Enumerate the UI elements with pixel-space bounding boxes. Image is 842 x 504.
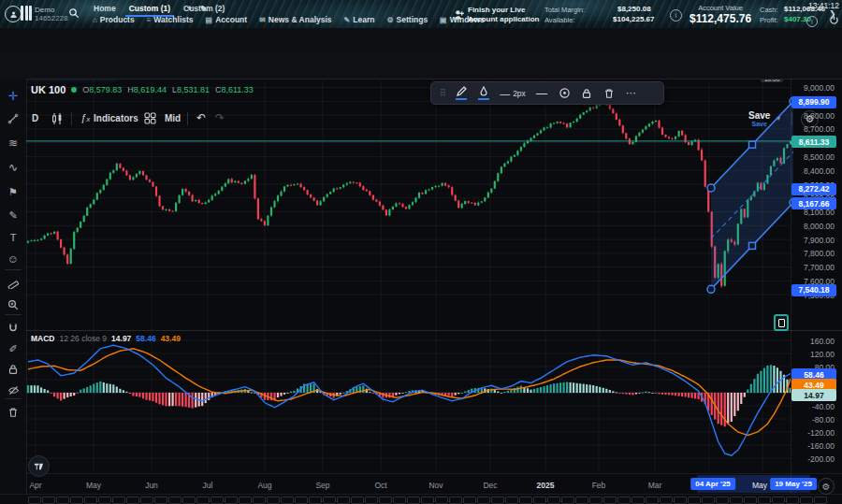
window-slot[interactable] — [365, 497, 378, 504]
menu-item-news-analysis[interactable]: ✉News & Analysis — [259, 15, 331, 24]
brush-tool[interactable]: ✎ — [0, 207, 26, 223]
window-slot[interactable] — [716, 497, 729, 504]
menu-item-products[interactable]: ⌂Products — [93, 15, 135, 24]
window-slot[interactable] — [393, 497, 406, 504]
window-slot[interactable] — [309, 497, 322, 504]
window-slot[interactable] — [337, 497, 350, 504]
fib-lines-tool[interactable]: ≋ — [0, 135, 26, 151]
drawing-badge-icon[interactable] — [774, 314, 789, 331]
window-slot[interactable] — [225, 497, 238, 504]
window-slot[interactable] — [42, 497, 55, 504]
add-workspace-button[interactable]: + — [183, 2, 196, 15]
window-slot[interactable] — [323, 497, 336, 504]
window-slot[interactable] — [253, 497, 266, 504]
window-slot[interactable] — [575, 497, 588, 504]
window-slot[interactable] — [112, 497, 125, 504]
window-slot[interactable] — [533, 497, 546, 504]
macd-title[interactable]: MACD — [31, 334, 55, 343]
window-slot[interactable] — [505, 497, 518, 504]
window-slot[interactable] — [267, 497, 280, 504]
window-slot[interactable] — [281, 497, 294, 504]
window-slot[interactable] — [491, 497, 504, 504]
window-slot[interactable] — [547, 497, 560, 504]
macd-pane[interactable] — [26, 332, 791, 472]
window-slot[interactable] — [477, 497, 490, 504]
trash-icon[interactable] — [598, 88, 620, 99]
xabcd-pattern-tool[interactable]: ∿ — [0, 159, 26, 176]
target-style-button[interactable] — [553, 87, 575, 99]
axis-settings-gear-icon[interactable]: ⚙ — [818, 478, 835, 495]
live-account-cta[interactable]: Finish your Live Account application — [468, 6, 539, 24]
info-icon[interactable]: i — [670, 9, 682, 22]
text-tool-tool[interactable]: T — [0, 229, 26, 246]
crosshair-tool[interactable]: ✛ — [0, 87, 26, 104]
window-slot[interactable] — [351, 497, 364, 504]
help-ring-icon[interactable] — [5, 6, 22, 22]
menu-item-account[interactable]: ▤Account — [206, 15, 248, 24]
ruler-tool[interactable] — [0, 274, 26, 291]
window-slot[interactable] — [800, 497, 813, 504]
window-slot[interactable] — [772, 497, 785, 504]
account-switcher[interactable]: Demo 14652228 — [35, 6, 68, 22]
line-style-button[interactable]: — — [530, 87, 553, 100]
zoom-in-tool[interactable] — [0, 296, 26, 313]
hide-all-tool[interactable] — [0, 382, 26, 398]
price-pane[interactable] — [26, 80, 791, 330]
window-slot[interactable] — [98, 497, 111, 504]
window-slot[interactable] — [688, 497, 701, 504]
window-slot[interactable] — [758, 497, 771, 504]
power-icon[interactable] — [829, 15, 839, 25]
more-options-icon[interactable]: ⋯ — [620, 87, 643, 99]
window-slot[interactable] — [84, 497, 97, 504]
tradingview-logo[interactable] — [28, 455, 50, 477]
window-slot[interactable] — [786, 497, 799, 504]
window-slot[interactable] — [561, 497, 574, 504]
menu-item-watchlists[interactable]: ≡Watchlists — [147, 15, 194, 24]
window-slot[interactable] — [196, 497, 210, 504]
window-slot[interactable] — [814, 497, 827, 504]
window-slot[interactable] — [407, 497, 420, 504]
window-slot[interactable] — [646, 497, 659, 504]
line-width-button[interactable]: —2px — [495, 88, 530, 99]
window-slot[interactable] — [744, 497, 757, 504]
window-slot[interactable] — [56, 497, 69, 504]
window-slot[interactable] — [660, 497, 673, 504]
window-slot[interactable] — [435, 497, 448, 504]
emoji-tool[interactable]: ☺ — [0, 251, 26, 267]
window-slot[interactable] — [617, 497, 631, 504]
window-slot[interactable] — [421, 497, 434, 504]
magnet-tool[interactable] — [0, 320, 26, 337]
window-slot[interactable] — [70, 497, 83, 504]
pane-divider[interactable] — [26, 330, 842, 331]
window-slot[interactable] — [140, 497, 153, 504]
lock-icon[interactable] — [575, 88, 598, 99]
window-slot[interactable] — [519, 497, 532, 504]
range-end-label[interactable]: 19 May '25 — [770, 478, 817, 490]
window-slot[interactable] — [379, 497, 392, 504]
window-slot[interactable] — [168, 497, 181, 504]
edit-workspace-icon[interactable]: ✎ — [196, 2, 210, 15]
forecast-tool[interactable]: ⚑ — [0, 183, 26, 200]
window-slot[interactable] — [589, 497, 602, 504]
window-slot[interactable] — [674, 497, 687, 504]
window-slot[interactable] — [603, 497, 617, 504]
window-slot[interactable] — [210, 497, 224, 504]
menu-item-settings[interactable]: ⚙Settings — [386, 15, 428, 24]
search-icon[interactable] — [68, 7, 80, 19]
window-slot[interactable] — [295, 497, 308, 504]
window-slot[interactable] — [182, 497, 196, 504]
info-icon[interactable]: i — [806, 16, 818, 27]
menu-item-learn[interactable]: ✎Learn — [344, 15, 375, 24]
window-slot[interactable] — [702, 497, 715, 504]
trend-line-tool[interactable] — [0, 110, 26, 127]
window-slot[interactable] — [154, 497, 167, 504]
window-slot[interactable] — [126, 497, 139, 504]
window-slot[interactable] — [463, 497, 476, 504]
draw-lock-tool[interactable]: ✐ — [0, 340, 26, 357]
symbol-name[interactable]: UK 100 — [31, 84, 65, 95]
pencil-tool-button[interactable] — [450, 86, 472, 100]
window-slot[interactable] — [239, 497, 252, 504]
window-slot[interactable] — [449, 497, 462, 504]
window-slot[interactable] — [632, 497, 645, 504]
app-logo[interactable] — [21, 6, 32, 21]
